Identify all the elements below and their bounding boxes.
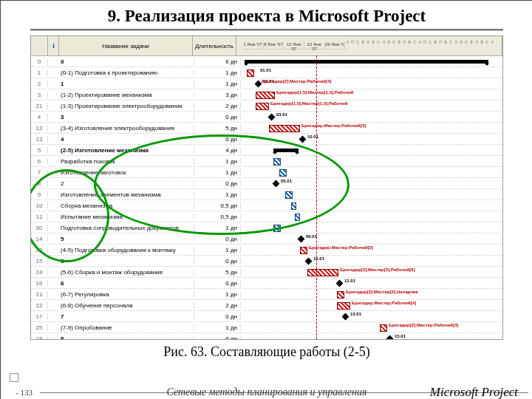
gantt-cell: Бригадир[2];Мастер[2];Рабочий[6] (241, 267, 502, 276)
table-row[interactable]: 3(1-2) Проектирование механизма3 днБрига… (31, 89, 502, 100)
gantt-cell: 13.01 (241, 312, 502, 321)
row-number: 1 (31, 69, 48, 76)
table-row[interactable]: 21(1-3) Проектирование электрооборудован… (31, 100, 502, 112)
task-bar[interactable] (300, 247, 307, 254)
footer: - 133 Сетевые методы планирования и упра… (1, 388, 532, 397)
slide-title: 9. Реализация проекта в Microsoft Projec… (1, 7, 532, 26)
row-number: 25 (31, 324, 48, 331)
task-bar[interactable] (269, 125, 300, 132)
date-label: 09.01 (306, 234, 317, 239)
task-duration: 0 дн (194, 114, 241, 120)
milestone-icon[interactable] (305, 258, 313, 265)
decor-square (10, 373, 18, 382)
table-row[interactable]: 12(3-4) Изготовление электрооборудования… (31, 123, 502, 134)
table-row[interactable]: 21(6-7) Регулировка1 днБригадир[2];Масте… (31, 289, 502, 300)
col-info: ℹ (48, 36, 59, 55)
table-row[interactable]: 1770 дн13.01 (31, 311, 502, 322)
milestone-icon[interactable] (386, 335, 394, 340)
resource-label: Бригадир[2];Мастер;Рабочий[4] (262, 79, 331, 83)
table-row[interactable]: 430 дн03.01 (31, 112, 502, 123)
milestone-icon[interactable] (299, 136, 307, 143)
task-name: 8 (59, 335, 194, 341)
milestone-icon[interactable] (336, 280, 344, 287)
milestone-icon[interactable] (255, 81, 262, 88)
task-name: (1-3) Проектирование электрооборудования (59, 103, 194, 109)
task-bar[interactable] (337, 291, 344, 299)
task-name: 3 (59, 114, 194, 120)
row-number: 12 (31, 125, 48, 132)
table-row[interactable]: 23(4-5) Подготовка оборудования к монтаж… (31, 245, 502, 256)
table-row[interactable]: 1550 дн10.01 (31, 256, 502, 267)
gantt-cell: 01.01Бригадир[2];Мастер;Рабочий[4] (241, 79, 502, 88)
task-duration: 0 дн (194, 236, 241, 242)
resource-label: Бригадир[2];Мастер;Рабочий[3] (389, 323, 458, 327)
row-number: 2 (31, 81, 48, 87)
date-label: 15.01 (395, 334, 406, 338)
row-number: 22 (31, 302, 48, 309)
row-number: 3 (31, 92, 48, 98)
table-row[interactable]: 1(0-1) Подготовка к проектированию1 дн01… (31, 67, 502, 78)
row-number: 17 (31, 313, 48, 320)
row-number: 21 (31, 291, 48, 298)
task-bar[interactable] (256, 92, 275, 99)
table-row[interactable]: 25(7-9) Опробование1 днБригадир[2];Масте… (31, 322, 502, 333)
gantt-cell: 09.01 (241, 234, 502, 243)
info-icon: ℹ (52, 43, 55, 50)
task-bar[interactable] (380, 324, 387, 332)
task-duration: 5 дн (194, 125, 241, 132)
resource-label: Бригадир[1,5];Мастер[1,5];Рабочий (270, 101, 347, 106)
task-name: (1-2) Проектирование механизма (59, 92, 194, 98)
gantt-cell: Бригадир[2];Мастер;Рабочий[3] (241, 323, 502, 332)
resource-label: Бригадир[2];Мастер[2];Рабочий[6] (340, 267, 415, 272)
task-name: (5-6) Сборка и монтаж оборудования (59, 269, 194, 276)
task-bar[interactable] (337, 302, 350, 310)
table-row[interactable]: 211 дн01.01Бригадир[2];Мастер;Рабочий[4] (31, 78, 502, 89)
col-timeline: 1 Янв '078 Янв '0715 Янв '0722 Янв '0729… (236, 36, 502, 55)
task-duration: 6 дн (194, 58, 241, 65)
gantt-cell: 03.01 (241, 112, 502, 121)
gantt-cell (241, 57, 502, 66)
gantt-cell: Бригадир[1,5];Мастер[1,5];Рабочий (241, 101, 502, 110)
gantt-cell: Бригадир;Мастер;Рабочий[4] (241, 301, 502, 310)
task-duration: 1 дн (194, 324, 241, 331)
row-number: 5 (31, 147, 48, 154)
row-number: 18 (31, 335, 48, 341)
milestone-icon[interactable] (268, 114, 276, 121)
date-label: 10.01 (313, 256, 324, 261)
table-row[interactable]: 1880 дн15.01 (31, 333, 502, 340)
gantt-cell: 12.01 (241, 279, 502, 287)
gantt-cell: 01.01 (241, 68, 502, 77)
task-name: 6 (59, 280, 194, 287)
table-row[interactable]: 24(5-6) Сборка и монтаж оборудования5 дн… (31, 267, 502, 278)
task-name: (7-9) Опробование (59, 324, 194, 331)
table-row[interactable]: 22(6-8) Обучение персонала2 днБригадир;М… (31, 300, 502, 311)
task-duration: 0 дн (194, 280, 241, 287)
task-bar[interactable] (247, 69, 254, 77)
gantt-cell: Бригадир[2];Мастер[2];Наладчик (241, 290, 502, 299)
milestone-icon[interactable] (342, 313, 349, 321)
table-row[interactable]: 1660 дн12.01 (31, 278, 502, 289)
resource-label: Бригадир;Мастер;Рабочий[3] (301, 123, 366, 128)
table-row[interactable]: 006 дн (31, 56, 502, 67)
task-duration: 2 дн (194, 302, 241, 309)
task-bar[interactable] (256, 103, 269, 110)
row-number: 0 (31, 58, 48, 65)
resource-label: Бригадир[1,5];Мастер[1,5];Рабочий (276, 90, 353, 95)
summary-bar (245, 60, 488, 64)
task-duration: 3 дн (194, 92, 241, 98)
task-name: 0 (59, 58, 194, 65)
title-rule (30, 29, 503, 31)
task-bar[interactable] (307, 269, 338, 276)
task-duration: 1 дн (194, 81, 241, 87)
row-number: 6 (31, 158, 48, 165)
resource-label: Бригадир;Мастер;Рабочий[4] (352, 301, 416, 305)
task-name: 7 (59, 313, 194, 320)
col-taskname: Название задачи (59, 36, 193, 55)
task-duration: 2 дн (194, 103, 241, 109)
resource-label: Бригадир[2];Мастер[2];Наладчик (346, 290, 418, 294)
gantt-cell: Бригадир;Мастер;Рабочий[3] (241, 123, 502, 132)
footer-right: Microsoft Project (430, 385, 518, 399)
gantt-cell: Бригадир;Мастер;Рабочий[2] (241, 245, 502, 254)
row-number: 16 (31, 280, 48, 287)
milestone-icon[interactable] (298, 236, 305, 243)
